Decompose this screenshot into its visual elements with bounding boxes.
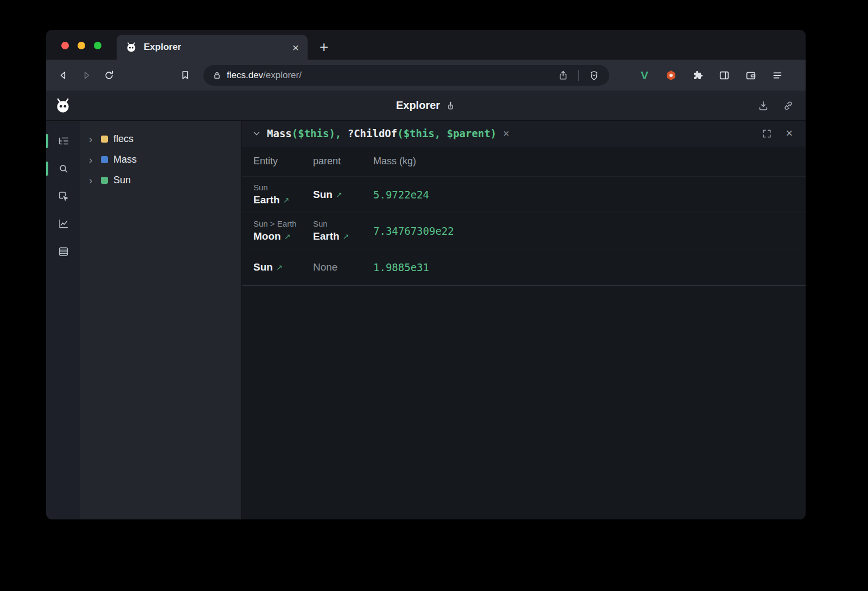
query-search-icon[interactable] (55, 160, 72, 177)
entity-cell: Sun > Earth Moon ↗ (242, 217, 313, 245)
wallet-icon[interactable] (743, 67, 759, 83)
new-tab-button[interactable]: + (320, 40, 328, 55)
extension-icons: V (636, 67, 786, 83)
active-indicator (46, 162, 48, 176)
menu-hamburger-icon[interactable] (769, 67, 786, 83)
chevron-right-icon[interactable]: › (89, 134, 95, 144)
column-header-parent: parent (313, 156, 373, 167)
close-query-panel-icon[interactable]: × (783, 127, 796, 140)
chevron-down-icon[interactable] (252, 129, 261, 138)
ssl-lock-icon[interactable] (212, 70, 222, 80)
tree-item-mass[interactable]: › Mass (80, 149, 241, 170)
url-domain: flecs.dev (227, 70, 263, 80)
side-rail (46, 121, 80, 519)
reload-button[interactable] (100, 67, 118, 84)
bookmark-icon[interactable] (176, 67, 194, 84)
open-entity-arrow-icon[interactable]: ↗ (284, 232, 291, 241)
parent-name-link[interactable]: Sun (313, 188, 333, 202)
header-actions (756, 98, 796, 113)
table-row: Sun > Earth Moon ↗ Sun Earth ↗ (242, 213, 806, 249)
mass-value: 1.9885e31 (373, 261, 806, 273)
url-text: flecs.dev/explorer/ (227, 70, 554, 81)
page-title: Explorer (396, 99, 440, 112)
query-header: Mass($this), ?ChildOf($this, $parent) × … (242, 121, 806, 146)
hexagon-extension-icon[interactable] (663, 67, 679, 83)
stats-chart-icon[interactable] (55, 216, 72, 232)
flecs-favicon-icon (125, 41, 137, 53)
mass-cell: 5.9722e24 (373, 181, 806, 209)
tree-item-sun[interactable]: › Sun (80, 170, 241, 190)
brave-shields-icon[interactable] (585, 67, 603, 84)
close-window-button[interactable] (61, 42, 69, 49)
chevron-right-icon[interactable]: › (89, 155, 95, 165)
tree-item-label[interactable]: Sun (113, 175, 131, 185)
page-body: › flecs › Mass › Sun (46, 121, 806, 519)
open-entity-arrow-icon[interactable]: ↗ (336, 190, 342, 199)
mass-value: 5.9722e24 (373, 189, 806, 201)
parent-path: Sun (313, 219, 373, 229)
url-path: /explorer/ (263, 70, 302, 80)
traffic-lights (61, 42, 101, 49)
share-link-icon[interactable] (781, 98, 796, 113)
browser-tab-explorer[interactable]: Explorer × (117, 35, 308, 60)
query-segment: Mass (267, 127, 292, 139)
entity-tree-icon[interactable] (55, 133, 72, 149)
zoom-window-button[interactable] (94, 42, 101, 49)
table-row: Sun Earth ↗ Sun ↗ 5.972 (242, 177, 806, 213)
query-table-header: Entity parent Mass (kg) (242, 146, 806, 177)
query-panel: Mass($this), ?ChildOf($this, $parent) × … (241, 121, 806, 519)
query-segment: ($this, $parent) (397, 127, 496, 139)
browser-toolbar: flecs.dev/explorer/ V (46, 60, 806, 91)
table-row: Sun ↗ None 1.9885e31 (242, 249, 806, 286)
toolbar-divider (578, 70, 579, 81)
share-icon[interactable] (554, 67, 572, 84)
entity-name-link[interactable]: Earth (253, 193, 280, 207)
address-bar[interactable]: flecs.dev/explorer/ (203, 65, 609, 86)
clear-query-icon[interactable]: × (503, 128, 509, 139)
parent-cell: Sun ↗ (313, 181, 373, 209)
browser-window: Explorer × + flecs.dev/explorer/ (46, 30, 806, 519)
column-header-mass: Mass (kg) (373, 156, 806, 167)
parent-none-label: None (313, 260, 337, 274)
column-header-entity: Entity (242, 156, 313, 167)
tab-title: Explorer (144, 42, 292, 53)
tree-item-flecs[interactable]: › flecs (80, 129, 241, 149)
entity-tree-panel: › flecs › Mass › Sun (80, 121, 241, 519)
vue-devtools-extension-icon[interactable]: V (636, 67, 653, 83)
inspect-cursor-icon[interactable] (55, 188, 72, 204)
flecs-logo-icon (54, 96, 72, 114)
entity-parent-path: Sun > Earth (253, 219, 313, 229)
extensions-puzzle-icon[interactable] (690, 67, 706, 83)
entity-cell: Sun ↗ (242, 253, 313, 281)
tree-item-label[interactable]: flecs (113, 134, 133, 144)
parent-name-link[interactable]: Earth (313, 229, 340, 243)
download-icon[interactable] (756, 98, 771, 113)
query-expression[interactable]: Mass($this), ?ChildOf($this, $parent) (267, 127, 496, 139)
component-swatch (101, 156, 108, 163)
open-entity-arrow-icon[interactable]: ↗ (283, 196, 290, 204)
forward-button[interactable] (78, 67, 95, 84)
flecs-explorer-page: Explorer (46, 91, 806, 519)
open-entity-arrow-icon[interactable]: ↗ (343, 232, 349, 241)
data-table-icon[interactable] (55, 243, 72, 260)
parent-cell: Sun Earth ↗ (313, 217, 373, 245)
back-button[interactable] (55, 67, 72, 84)
chevron-right-icon[interactable]: › (89, 175, 95, 185)
app-header: Explorer (46, 91, 806, 121)
mass-cell: 7.34767309e22 (373, 217, 806, 245)
active-indicator (46, 134, 48, 148)
tab-strip: Explorer × + (46, 30, 806, 60)
query-segment: ?ChildOf (348, 127, 398, 139)
connection-status-icon[interactable] (445, 100, 456, 111)
expand-query-icon[interactable] (760, 127, 773, 140)
entity-name-link[interactable]: Moon (253, 229, 281, 243)
entity-swatch (101, 177, 108, 184)
tab-close-icon[interactable]: × (292, 42, 299, 53)
query-segment: ($this), (292, 127, 348, 139)
module-swatch (101, 136, 108, 143)
entity-name-link[interactable]: Sun (253, 260, 273, 274)
open-entity-arrow-icon[interactable]: ↗ (276, 263, 283, 272)
minimize-window-button[interactable] (78, 42, 85, 49)
side-panel-icon[interactable] (716, 67, 732, 83)
tree-item-label[interactable]: Mass (113, 155, 137, 164)
